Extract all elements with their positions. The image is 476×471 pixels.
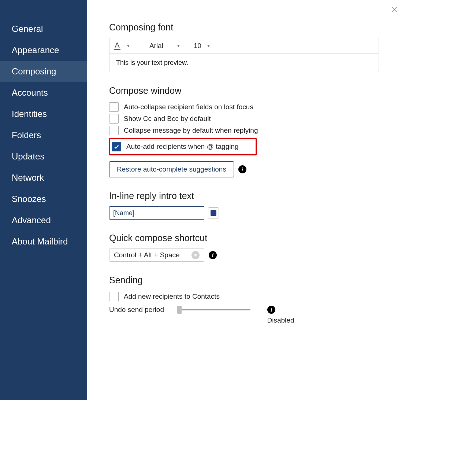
undo-send-label: Undo send period xyxy=(109,306,171,314)
sidebar-item-folders[interactable]: Folders xyxy=(0,125,87,146)
label-auto-add-tagging: Auto-add recipients when @ tagging xyxy=(126,143,253,151)
font-family-value: Arial xyxy=(149,42,163,50)
info-icon[interactable]: i xyxy=(209,251,217,259)
info-icon[interactable]: i xyxy=(267,306,275,314)
slider-track xyxy=(177,309,250,310)
quick-compose-heading: Quick compose shortcut xyxy=(109,233,379,243)
inline-reply-heading: In-line reply intro text xyxy=(109,191,379,201)
font-family-caret-icon: ▼ xyxy=(174,44,183,48)
label-show-cc-bcc: Show Cc and Bcc by default xyxy=(124,115,211,123)
shortcut-value: Control + Alt + Space xyxy=(114,251,180,259)
checkbox-add-recipients-contacts[interactable] xyxy=(109,292,119,301)
font-color-bar-icon xyxy=(114,49,120,50)
font-color-caret-icon[interactable]: ▼ xyxy=(124,44,133,48)
font-size-value: 10 xyxy=(194,42,201,50)
settings-sidebar: General Appearance Composing Accounts Id… xyxy=(0,0,87,400)
option-collapse-reply: Collapse message by default when replyin… xyxy=(109,125,379,136)
label-add-recipients-contacts: Add new recipients to Contacts xyxy=(124,292,220,301)
sidebar-item-network[interactable]: Network xyxy=(0,167,87,188)
checkbox-show-cc-bcc[interactable] xyxy=(109,114,119,124)
settings-main-panel: Composing font A ▼ Arial ▼ 10 ▼ This is … xyxy=(87,0,405,400)
font-color-button[interactable]: A xyxy=(114,42,120,50)
sidebar-item-identities[interactable]: Identities xyxy=(0,103,87,125)
restore-suggestions-button[interactable]: Restore auto-complete suggestions xyxy=(109,161,234,177)
slider-thumb-icon xyxy=(177,306,182,314)
label-auto-collapse: Auto-collapse recipient fields on lost f… xyxy=(124,103,253,111)
font-size-select[interactable]: 10 ▼ xyxy=(194,42,213,50)
inline-reply-color-button[interactable] xyxy=(208,207,219,218)
undo-send-slider[interactable] xyxy=(177,305,250,314)
font-preview-text: This is your text preview. xyxy=(109,54,379,72)
font-toolbar: A ▼ Arial ▼ 10 ▼ xyxy=(109,38,379,54)
option-show-cc-bcc: Show Cc and Bcc by default xyxy=(109,113,379,125)
shortcut-input[interactable]: Control + Alt + Space xyxy=(109,249,204,262)
info-icon[interactable]: i xyxy=(238,165,246,173)
sending-heading: Sending xyxy=(109,275,379,286)
font-family-select[interactable]: Arial ▼ xyxy=(149,42,183,50)
inline-reply-input[interactable] xyxy=(109,206,204,220)
option-add-recipients-contacts: Add new recipients to Contacts xyxy=(109,291,379,302)
sidebar-item-about[interactable]: About Mailbird xyxy=(0,231,87,252)
sidebar-item-general[interactable]: General xyxy=(0,18,87,40)
clear-shortcut-icon[interactable] xyxy=(191,251,200,259)
sidebar-item-snoozes[interactable]: Snoozes xyxy=(0,188,87,210)
sidebar-item-advanced[interactable]: Advanced xyxy=(0,210,87,231)
font-size-caret-icon: ▼ xyxy=(204,44,213,48)
close-icon[interactable] xyxy=(391,6,398,13)
sidebar-item-accounts[interactable]: Accounts xyxy=(0,82,87,103)
color-swatch-icon xyxy=(211,210,216,216)
checkbox-auto-add-tagging[interactable] xyxy=(112,142,121,151)
composing-font-heading: Composing font xyxy=(109,22,379,33)
sidebar-item-appearance[interactable]: Appearance xyxy=(0,40,87,61)
checkbox-collapse-reply[interactable] xyxy=(109,126,119,135)
highlight-auto-add-tagging: Auto-add recipients when @ tagging xyxy=(109,138,257,155)
composing-font-box: A ▼ Arial ▼ 10 ▼ This is your text previ… xyxy=(109,38,379,72)
option-auto-collapse: Auto-collapse recipient fields on lost f… xyxy=(109,101,379,113)
undo-send-value: Disabled xyxy=(182,316,379,324)
font-color-a-icon: A xyxy=(115,42,119,48)
label-collapse-reply: Collapse message by default when replyin… xyxy=(124,126,258,135)
compose-window-heading: Compose window xyxy=(109,85,379,96)
checkbox-auto-collapse[interactable] xyxy=(109,102,119,112)
option-auto-add-tagging: Auto-add recipients when @ tagging xyxy=(112,141,253,152)
sidebar-item-composing[interactable]: Composing xyxy=(0,61,87,82)
sidebar-item-updates[interactable]: Updates xyxy=(0,146,87,167)
